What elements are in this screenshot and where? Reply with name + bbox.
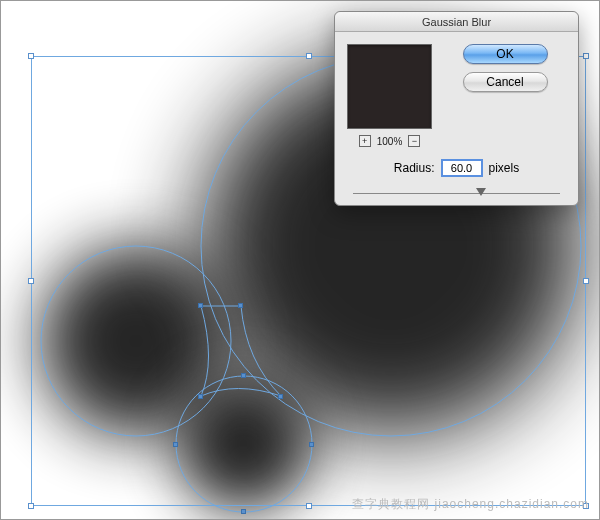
radius-label: Radius: <box>394 161 435 175</box>
zoom-level: 100% <box>377 136 403 147</box>
resize-handle-bl[interactable] <box>28 503 34 509</box>
zoom-in-button[interactable]: + <box>359 135 371 147</box>
anchor-point[interactable] <box>241 509 246 514</box>
zoom-out-button[interactable]: − <box>408 135 420 147</box>
radius-slider[interactable] <box>335 191 578 205</box>
effect-preview[interactable] <box>347 44 432 129</box>
cancel-button[interactable]: Cancel <box>463 72 548 92</box>
gaussian-blur-dialog: Gaussian Blur + 100% − OK Cancel Radius:… <box>334 11 579 206</box>
dialog-titlebar[interactable]: Gaussian Blur <box>335 12 578 32</box>
resize-handle-mr[interactable] <box>583 278 589 284</box>
slider-thumb[interactable] <box>476 188 486 196</box>
radius-input[interactable] <box>441 159 483 177</box>
radius-unit: pixels <box>489 161 520 175</box>
resize-handle-ml[interactable] <box>28 278 34 284</box>
resize-handle-tr[interactable] <box>583 53 589 59</box>
resize-handle-tm[interactable] <box>306 53 312 59</box>
watermark: 查字典教程网 jiaocheng.chazidian.com <box>352 496 589 513</box>
resize-handle-bm[interactable] <box>306 503 312 509</box>
ok-button[interactable]: OK <box>463 44 548 64</box>
resize-handle-tl[interactable] <box>28 53 34 59</box>
slider-track <box>353 193 560 194</box>
